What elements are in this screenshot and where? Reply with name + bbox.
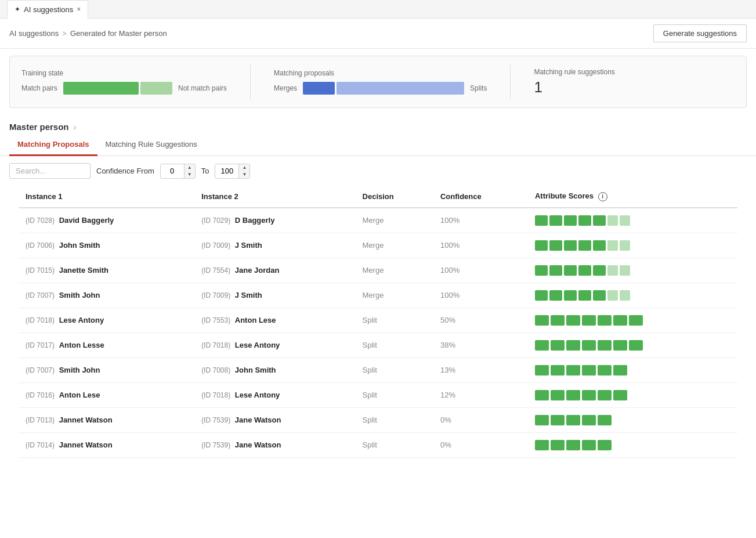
tab-matching-rule-suggestions[interactable]: Matching Rule Suggestions xyxy=(97,134,205,156)
table-row[interactable]: (ID 7015) Janette Smith(ID 7554) Jane Jo… xyxy=(19,258,737,283)
attr-bar-segment xyxy=(551,415,565,425)
attr-bar-segment xyxy=(549,240,562,251)
attr-bar-segment xyxy=(549,265,562,276)
name2-label: Jane Jordan xyxy=(235,266,280,275)
confidence-value: 100% xyxy=(440,241,460,250)
attr-bar-row xyxy=(535,440,730,450)
attr-bar-segment xyxy=(613,340,627,351)
id1-label: (ID 7016) xyxy=(26,391,55,399)
cell-confidence: 38% xyxy=(433,333,528,358)
cell-decision: Split xyxy=(356,358,433,382)
confidence-value: 100% xyxy=(440,291,460,299)
divider-1 xyxy=(250,64,251,99)
attr-bar-segment xyxy=(620,240,630,251)
merges-label: Merges xyxy=(274,84,297,92)
confidence-to-input-wrap: ▲ ▼ xyxy=(215,164,250,179)
cell-attribute-scores xyxy=(528,382,737,407)
table-row[interactable]: (ID 7013) Jannet Watson(ID 7539) Jane Wa… xyxy=(19,407,737,432)
table-row[interactable]: (ID 7007) Smith John(ID 7008) John Smith… xyxy=(19,358,737,382)
cell-attribute-scores xyxy=(528,358,737,382)
tab-matching-proposals[interactable]: Matching Proposals xyxy=(9,134,97,156)
filter-bar: Confidence From ▲ ▼ To ▲ ▼ xyxy=(0,156,756,186)
attr-bar-segment xyxy=(582,390,596,400)
attr-bar-segment xyxy=(566,440,580,450)
decision-value: Merge xyxy=(363,216,384,225)
attr-bar-segment xyxy=(535,390,549,400)
name2-label: J Smith xyxy=(235,241,262,250)
confidence-from-input[interactable] xyxy=(161,164,184,178)
attr-bar-segment xyxy=(535,215,548,226)
attribute-scores-info-icon[interactable]: i xyxy=(598,192,607,201)
confidence-value: 0% xyxy=(440,416,451,424)
generate-suggestions-button[interactable]: Generate suggestions xyxy=(653,24,747,42)
table-row[interactable]: (ID 7017) Anton Lesse(ID 7018) Lese Anto… xyxy=(19,333,737,358)
cell-instance2: (ID 7553) Anton Lese xyxy=(194,308,355,333)
attr-bar-segment xyxy=(620,290,630,301)
cell-attribute-scores xyxy=(528,407,737,432)
table-row[interactable]: (ID 7018) Lese Antony(ID 7553) Anton Les… xyxy=(19,308,737,333)
confidence-to-input[interactable] xyxy=(215,164,238,178)
attr-bar-segment xyxy=(578,240,591,251)
confidence-from-up[interactable]: ▲ xyxy=(185,164,195,171)
attr-bar-segment xyxy=(598,340,612,351)
cell-attribute-scores xyxy=(528,308,737,333)
name2-label: Lese Antony xyxy=(235,341,280,349)
cell-instance1: (ID 7017) Anton Lesse xyxy=(19,333,194,358)
attr-bar-row xyxy=(535,415,730,425)
attr-bar-segment xyxy=(620,215,630,226)
confidence-value: 0% xyxy=(440,440,451,449)
cell-decision: Merge xyxy=(356,258,433,283)
confidence-value: 12% xyxy=(440,391,455,399)
attr-bar-segment xyxy=(566,365,580,375)
confidence-from-down[interactable]: ▼ xyxy=(185,171,195,178)
decision-value: Merge xyxy=(363,291,384,299)
col-instance1: Instance 1 xyxy=(19,186,194,208)
attr-bar-segment xyxy=(607,265,618,276)
decision-value: Split xyxy=(363,440,377,449)
cell-instance2: (ID 7018) Lese Antony xyxy=(194,382,355,407)
splits-label: Splits xyxy=(470,84,487,92)
attr-bar-row xyxy=(535,365,730,375)
cell-instance1: (ID 7007) Smith John xyxy=(19,283,194,308)
table-row[interactable]: (ID 7016) Anton Lese(ID 7018) Lese Anton… xyxy=(19,382,737,407)
confidence-to-up[interactable]: ▲ xyxy=(239,164,249,171)
ai-suggestions-tab[interactable]: ✦ AI suggestions × xyxy=(7,0,88,19)
tab-label: AI suggestions xyxy=(24,5,73,14)
attr-bar-segment xyxy=(582,440,596,450)
search-input[interactable] xyxy=(9,163,91,179)
attr-bar-segment xyxy=(578,215,591,226)
table-row[interactable]: (ID 7006) John Smith(ID 7009) J SmithMer… xyxy=(19,233,737,258)
cell-instance1: (ID 7018) Lese Antony xyxy=(19,308,194,333)
cell-confidence: 12% xyxy=(433,382,528,407)
matching-rule-label: Matching rule suggestions xyxy=(534,68,614,76)
attr-bar-segment xyxy=(535,340,549,351)
tab-close-icon[interactable]: × xyxy=(77,5,81,13)
name1-label: Jannet Watson xyxy=(59,416,113,424)
breadcrumb-root[interactable]: AI suggestions xyxy=(9,29,59,38)
id1-label: (ID 7018) xyxy=(26,316,55,324)
name1-label: Janette Smith xyxy=(59,266,108,275)
breadcrumb-current: Generated for Master person xyxy=(70,29,167,38)
attr-bar-row xyxy=(535,340,730,351)
decision-value: Split xyxy=(363,391,377,399)
id2-label: (ID 7539) xyxy=(201,441,230,449)
confidence-to-down[interactable]: ▼ xyxy=(239,171,249,178)
table-row[interactable]: (ID 7028) David Baggerly(ID 7029) D Bagg… xyxy=(19,208,737,233)
name1-label: Smith John xyxy=(59,291,100,299)
attr-bar-segment xyxy=(535,315,549,326)
cell-instance2: (ID 7008) John Smith xyxy=(194,358,355,382)
bar-match-dark xyxy=(63,82,139,95)
id2-label: (ID 7018) xyxy=(201,391,230,399)
table-row[interactable]: (ID 7007) Smith John(ID 7009) J SmithMer… xyxy=(19,283,737,308)
table-row[interactable]: (ID 7014) Jannet Watson(ID 7539) Jane Wa… xyxy=(19,432,737,457)
cell-confidence: 0% xyxy=(433,432,528,457)
attr-bar-segment xyxy=(535,440,549,450)
cell-decision: Split xyxy=(356,407,433,432)
cell-instance1: (ID 7006) John Smith xyxy=(19,233,194,258)
tab-bar: ✦ AI suggestions × xyxy=(0,0,756,19)
id2-label: (ID 7553) xyxy=(201,316,230,324)
col-instance2: Instance 2 xyxy=(194,186,355,208)
col-decision: Decision xyxy=(356,186,433,208)
stats-panel: Training state Match pairs Not match pai… xyxy=(9,56,747,108)
cell-attribute-scores xyxy=(528,233,737,258)
